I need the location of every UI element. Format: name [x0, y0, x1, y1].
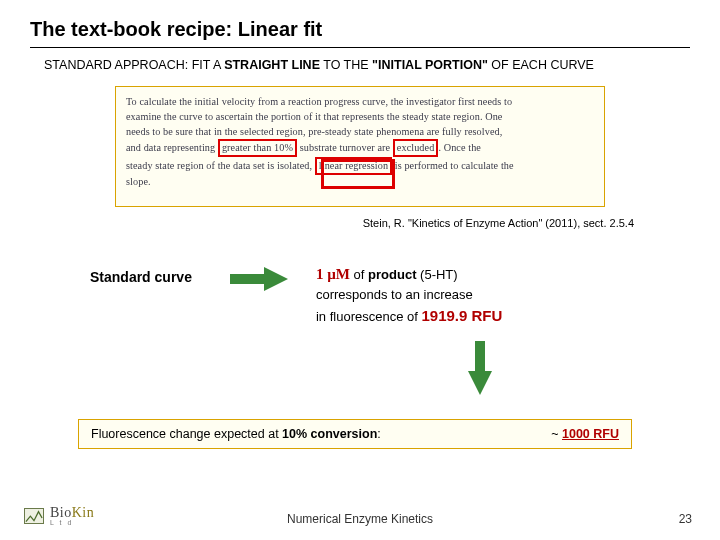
rfu-value: 1919.9 RFU	[421, 307, 502, 324]
subhead-bold-1: STRAIGHT LINE	[224, 58, 320, 72]
footer-center: Numerical Enzyme Kinetics	[0, 512, 720, 526]
one-micromolar: 1 µM	[316, 266, 350, 282]
conv-line3a: in fluorescence of	[316, 309, 422, 324]
expected-right: ~ 1000 RFU	[551, 427, 619, 441]
expected-change-box: Fluorescence change expected at 10% conv…	[78, 419, 632, 449]
citation: Stein, R. "Kinetics of Enzyme Action" (2…	[30, 217, 634, 229]
exp-right-b: 1000 RFU	[562, 427, 619, 441]
subheading: STANDARD APPROACH: FIT A STRAIGHT LINE T…	[44, 58, 690, 72]
of-product-pre: of	[350, 267, 368, 282]
quote-l1: To calculate the initial velocity from a…	[126, 96, 512, 107]
page-title: The text-book recipe: Linear fit	[30, 18, 690, 41]
quote-l2: examine the curve to ascertain the porti…	[126, 111, 502, 122]
exp-left-a: Fluorescence change expected at	[91, 427, 282, 441]
quote-l3: needs to be sure that in the selected re…	[126, 126, 502, 137]
expected-left: Fluorescence change expected at 10% conv…	[91, 427, 381, 441]
arrow-right-icon	[230, 267, 288, 295]
svg-marker-0	[230, 267, 288, 291]
textbook-quote-box: To calculate the initial velocity from a…	[115, 86, 605, 207]
subhead-bold-2: "INITIAL PORTION"	[372, 58, 488, 72]
slide: The text-book recipe: Linear fit STANDAR…	[0, 0, 720, 540]
svg-marker-1	[468, 341, 492, 395]
quote-l4a: and data representing	[126, 142, 218, 153]
standard-curve-row: Standard curve 1 µM of product (5-HT) co…	[90, 263, 690, 328]
quote-l4c: substrate turnover are	[297, 142, 393, 153]
footer: BioKin L t d Numerical Enzyme Kinetics 2…	[0, 505, 720, 526]
exp-left-b: 10% conversion	[282, 427, 377, 441]
quote-l5a: steady state region of the data set is i…	[126, 160, 315, 171]
title-divider	[30, 47, 690, 48]
quote-l4e: . Once the	[438, 142, 481, 153]
quote-text: To calculate the initial velocity from a…	[126, 95, 594, 190]
subhead-post: OF EACH CURVE	[488, 58, 594, 72]
highlight-excluded: excluded	[393, 139, 439, 157]
quote-l6: slope.	[126, 176, 151, 187]
conv-line2: corresponds to an increase	[316, 287, 473, 302]
subhead-pre: STANDARD APPROACH: FIT A	[44, 58, 224, 72]
quote-l5c: is performed to calculate the	[392, 160, 514, 171]
highlight-linear-regression: linear regression	[315, 157, 392, 175]
product-tail: (5-HT)	[416, 267, 457, 282]
conversion-text: 1 µM of product (5-HT) corresponds to an…	[316, 263, 502, 328]
page-number: 23	[679, 512, 692, 526]
subhead-mid: TO THE	[320, 58, 372, 72]
product-label: product	[368, 267, 416, 282]
exp-left-c: :	[377, 427, 380, 441]
arrow-down-icon	[468, 341, 690, 399]
standard-curve-label: Standard curve	[90, 269, 192, 285]
exp-right-a: ~	[551, 427, 562, 441]
highlight-10pct: greater than 10%	[218, 139, 297, 157]
